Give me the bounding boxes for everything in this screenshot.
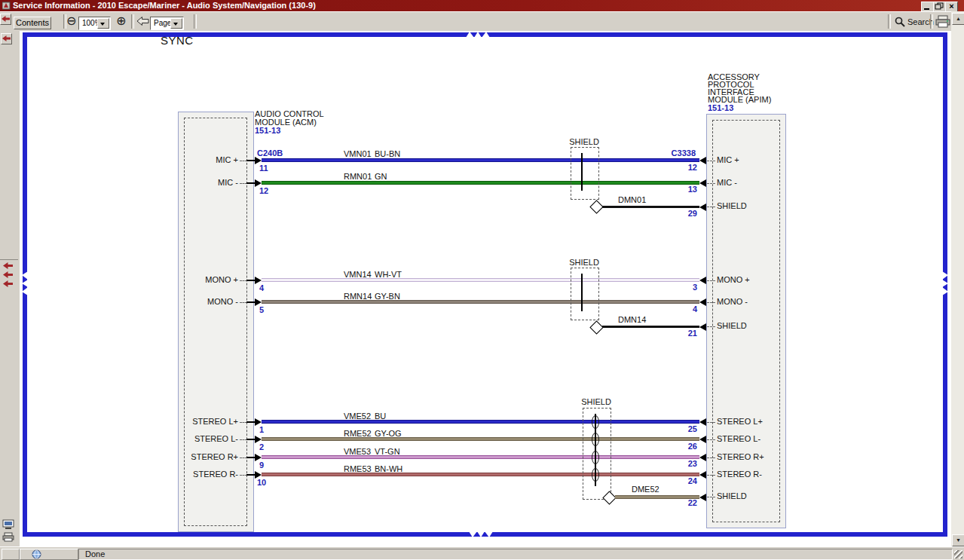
- status-message-cell: Done: [78, 549, 953, 560]
- minimize-button[interactable]: [921, 2, 934, 12]
- zoom-dropdown-button[interactable]: [97, 18, 109, 29]
- resize-grip[interactable]: [954, 550, 962, 558]
- status-cell: [20, 549, 78, 560]
- zoom-level-dropdown[interactable]: 100%: [78, 17, 111, 30]
- toolbar: Contents ⊖ 100% ⊕ Page 9 Search: [0, 11, 951, 32]
- printer-icon[interactable]: [2, 532, 14, 542]
- application-window: Service Information - 2010 Escape/Marine…: [0, 0, 964, 560]
- back-page-arrow-icon[interactable]: [136, 16, 149, 26]
- toolbar-separator: [930, 14, 933, 29]
- red-arrow-icon[interactable]: [3, 271, 13, 278]
- nav-back-red-button[interactable]: [1, 33, 12, 44]
- scroll-up-button[interactable]: ▲: [952, 13, 964, 25]
- window-title: Service Information - 2010 Escape/Marine…: [13, 1, 316, 10]
- red-arrow-icon: [2, 16, 10, 22]
- red-arrow-icon[interactable]: [3, 280, 13, 287]
- status-text: Done: [85, 550, 105, 558]
- status-cell: [2, 549, 20, 560]
- print-icon[interactable]: [935, 15, 950, 28]
- zoom-in-icon[interactable]: ⊕: [116, 15, 126, 27]
- strip-divider: [0, 259, 18, 260]
- toolbar-separator: [888, 14, 891, 29]
- toolbar-separator: [131, 14, 134, 29]
- close-icon: ×: [946, 2, 957, 11]
- app-icon: [2, 2, 11, 10]
- restore-icon: [935, 2, 944, 10]
- status-bar: Done: [0, 546, 964, 560]
- nav-back-red-button[interactable]: [0, 14, 11, 25]
- monitor-icon[interactable]: [2, 519, 14, 529]
- red-arrow-icon[interactable]: [3, 262, 13, 269]
- restore-button[interactable]: [933, 2, 946, 12]
- chevron-down-icon: [173, 23, 178, 26]
- document-viewport: [20, 31, 951, 546]
- minimize-icon: [924, 8, 929, 10]
- scroll-down-icon: ▼: [956, 537, 961, 543]
- globe-icon: [32, 549, 41, 559]
- zoom-out-icon[interactable]: ⊖: [66, 15, 76, 27]
- red-arrow-icon: [2, 35, 11, 41]
- title-bar[interactable]: Service Information - 2010 Escape/Marine…: [0, 0, 964, 11]
- scroll-down-button[interactable]: ▼: [952, 534, 964, 546]
- page-dropdown-button[interactable]: [170, 18, 182, 29]
- left-sidebar-strip: [0, 31, 20, 546]
- toolbar-separator: [194, 14, 197, 29]
- close-button[interactable]: ×: [945, 2, 958, 12]
- scroll-up-icon: ▲: [956, 16, 961, 21]
- search-icon[interactable]: [895, 17, 905, 27]
- vertical-scrollbar[interactable]: ▲ ▼: [951, 11, 964, 546]
- contents-button[interactable]: Contents: [14, 17, 51, 29]
- chevron-down-icon: [100, 23, 105, 26]
- page-selector-dropdown[interactable]: Page 9: [150, 17, 184, 30]
